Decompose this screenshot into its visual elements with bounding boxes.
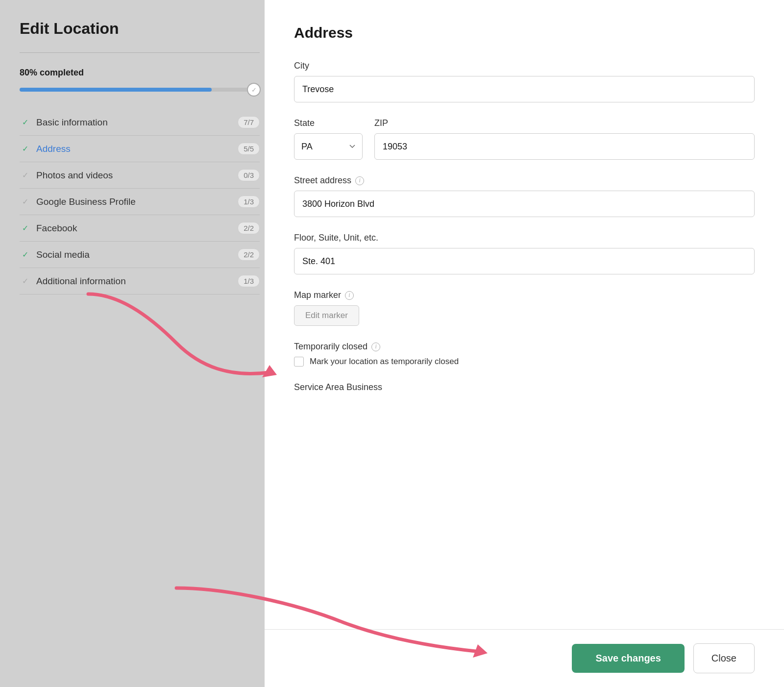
street-input[interactable] [294, 191, 755, 217]
check-icon-google: ✓ [20, 196, 30, 207]
nav-list: ✓ Basic information 7/7 ✓ Address 5/5 ✓ … [20, 109, 260, 294]
nav-item-google[interactable]: ✓ Google Business Profile 1/3 [20, 189, 260, 215]
check-icon-social: ✓ [20, 249, 30, 260]
map-marker-info-icon[interactable]: i [345, 291, 354, 300]
nav-item-photos[interactable]: ✓ Photos and videos 0/3 [20, 162, 260, 189]
sidebar: Edit Location 80% completed ✓ ✓ Basic in… [0, 0, 279, 687]
city-field-group: City [294, 61, 755, 102]
zip-group: ZIP [374, 118, 755, 160]
temp-closed-checkbox[interactable] [294, 357, 304, 367]
street-info-icon[interactable]: i [355, 176, 364, 185]
suite-input[interactable] [294, 248, 755, 274]
check-icon-address: ✓ [20, 144, 30, 154]
divider [20, 52, 260, 53]
nav-label-google: Google Business Profile [36, 196, 136, 207]
modal-content: Address City State PA NY NJ CA TX [265, 0, 784, 629]
suite-label: Floor, Suite, Unit, etc. [294, 233, 755, 243]
service-area-section: Service Area Business [294, 382, 755, 393]
zip-label: ZIP [374, 118, 755, 128]
temp-closed-checkbox-label: Mark your location as temporarily closed [310, 357, 459, 367]
page-title: Edit Location [20, 20, 260, 38]
check-icon-basic-info: ✓ [20, 117, 30, 128]
nav-badge-facebook: 2/2 [238, 222, 260, 234]
nav-item-facebook[interactable]: ✓ Facebook 2/2 [20, 215, 260, 242]
zip-input[interactable] [374, 133, 755, 160]
nav-badge-google: 1/3 [238, 196, 260, 208]
street-label: Street address i [294, 175, 755, 186]
progress-bar-fill [20, 88, 212, 92]
map-marker-group: Map marker i Edit marker [294, 290, 755, 326]
nav-label-photos: Photos and videos [36, 170, 113, 181]
temp-closed-section: Temporarily closed i Mark your location … [294, 342, 755, 367]
state-group: State PA NY NJ CA TX [294, 118, 363, 160]
check-icon-additional: ✓ [20, 276, 30, 287]
nav-label-social: Social media [36, 249, 90, 260]
suite-field-group: Floor, Suite, Unit, etc. [294, 233, 755, 274]
check-icon-photos: ✓ [20, 170, 30, 181]
progress-bar-bg [20, 88, 260, 92]
nav-badge-basic-info: 7/7 [238, 116, 260, 128]
nav-item-additional[interactable]: ✓ Additional information 1/3 [20, 268, 260, 294]
close-button[interactable]: Close [693, 643, 755, 673]
edit-marker-button[interactable]: Edit marker [294, 305, 359, 326]
temp-closed-info-icon[interactable]: i [371, 343, 380, 351]
progress-label: 80% completed [20, 68, 260, 78]
nav-badge-social: 2/2 [238, 248, 260, 261]
progress-bar-container: ✓ [20, 85, 260, 95]
street-field-group: Street address i [294, 175, 755, 217]
state-zip-row: State PA NY NJ CA TX ZIP [294, 118, 755, 160]
city-label: City [294, 61, 755, 71]
map-marker-label: Map marker i [294, 290, 755, 300]
nav-badge-additional: 1/3 [238, 275, 260, 287]
temp-closed-checkbox-row: Mark your location as temporarily closed [294, 357, 755, 367]
city-input[interactable] [294, 76, 755, 102]
state-select[interactable]: PA NY NJ CA TX [294, 133, 363, 160]
nav-label-address: Address [36, 144, 71, 154]
nav-label-basic-info: Basic information [36, 117, 108, 128]
nav-label-facebook: Facebook [36, 223, 77, 234]
check-icon-facebook: ✓ [20, 223, 30, 234]
modal-title: Address [294, 25, 755, 41]
nav-badge-photos: 0/3 [238, 169, 260, 181]
temp-closed-label: Temporarily closed i [294, 342, 755, 352]
progress-check-icon: ✓ [247, 83, 261, 97]
nav-item-basic-info[interactable]: ✓ Basic information 7/7 [20, 109, 260, 136]
nav-item-address[interactable]: ✓ Address 5/5 [20, 136, 260, 162]
nav-badge-address: 5/5 [238, 143, 260, 155]
nav-label-additional: Additional information [36, 276, 126, 287]
save-changes-button[interactable]: Save changes [572, 644, 684, 673]
address-modal: Address City State PA NY NJ CA TX [265, 0, 784, 687]
nav-item-social[interactable]: ✓ Social media 2/2 [20, 242, 260, 268]
state-label: State [294, 118, 363, 128]
modal-footer: Save changes Close [265, 629, 784, 687]
service-area-label: Service Area Business [294, 382, 755, 393]
